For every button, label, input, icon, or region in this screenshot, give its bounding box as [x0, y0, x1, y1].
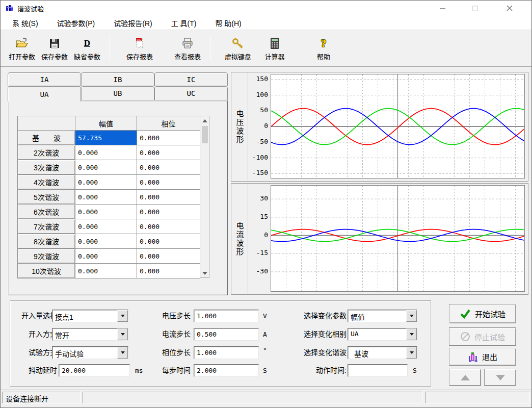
- voltage-step-input[interactable]: [194, 310, 259, 322]
- binary-input-select-combo[interactable]: 接点1: [52, 310, 128, 322]
- open-params-button[interactable]: 打开参数: [6, 33, 38, 64]
- stop-test-button[interactable]: 停止试验: [449, 327, 516, 346]
- toolbar-label: 查看报表: [174, 52, 201, 61]
- statusbar: 设备连接断开: [1, 391, 531, 404]
- y-tick-label: 100: [249, 91, 268, 98]
- y-tick-label: 50: [249, 106, 268, 114]
- chevron-down-icon[interactable]: [406, 347, 417, 359]
- table-row: 9次谐波0.0000.000: [18, 249, 200, 264]
- debounce-delay-label: 抖动延时: [10, 364, 57, 377]
- step-down-button[interactable]: [484, 369, 516, 386]
- step-time-unit: S: [263, 364, 267, 377]
- y-tick-label: 0: [249, 122, 268, 130]
- table-row: 10次谐波0.0000.000: [18, 264, 200, 278]
- voltage-step-unit: V: [263, 310, 267, 322]
- voltage-y-ticks: 150100500-50-100-150: [248, 72, 271, 181]
- toolbar-label: 虚拟键盘: [225, 52, 251, 61]
- tab-ia[interactable]: IA: [8, 72, 81, 86]
- vary-phase-label: 选择变化相别: [284, 328, 347, 341]
- table-row: 2次谐波0.0000.000: [18, 145, 200, 160]
- action-time-label: 动作时间:: [284, 364, 347, 377]
- y-tick-label: -30: [249, 267, 268, 275]
- input-mode-combo[interactable]: 常开: [52, 328, 128, 341]
- tab-ua[interactable]: UA: [8, 86, 81, 101]
- action-time-input[interactable]: [348, 364, 408, 377]
- toolbar-label: 计算器: [264, 52, 284, 61]
- menu-test-params[interactable]: 试验参数(P): [50, 16, 102, 30]
- close-button[interactable]: [498, 1, 521, 16]
- menu-tools[interactable]: 工 具(T): [164, 16, 204, 30]
- table-row: 7次谐波0.0000.000: [18, 219, 200, 234]
- vary-harmonic-combo[interactable]: 基波: [348, 346, 417, 359]
- current-y-ticks: 30150-15-30: [248, 184, 271, 294]
- exit-button[interactable]: 退出: [449, 348, 516, 366]
- waveform-svg: [271, 186, 524, 291]
- voltage-waveform-panel: 电压波形 150100500-50-100-150: [231, 72, 528, 182]
- chevron-down-icon[interactable]: [117, 347, 128, 359]
- vary-harmonic-label: 选择变化谐波: [284, 346, 347, 359]
- arrow-down-icon: [496, 375, 505, 380]
- svg-text:EXL: EXL: [137, 38, 141, 41]
- chevron-down-icon[interactable]: [406, 328, 417, 340]
- step-up-button[interactable]: [449, 369, 481, 386]
- test-mode-combo[interactable]: 手动试验: [52, 346, 128, 359]
- table-row: 8次谐波0.0000.000: [18, 234, 200, 249]
- check-icon: [460, 309, 471, 319]
- chevron-down-icon[interactable]: [117, 328, 128, 340]
- amplitude-header: 幅值: [75, 116, 137, 131]
- default-params-button[interactable]: D 缺省参数: [71, 33, 103, 64]
- tab-ib[interactable]: IB: [81, 72, 154, 86]
- scrollbar-thumb[interactable]: [202, 126, 208, 143]
- app-window: 谐波试验 系 统(S) 试验参数(P) 试验报告(R) 工 具(T) 帮 助(H…: [0, 0, 532, 408]
- scroll-up-button[interactable]: [201, 116, 209, 125]
- debounce-delay-input[interactable]: [59, 364, 130, 377]
- tab-ic[interactable]: IC: [154, 72, 228, 86]
- vary-parameter-combo[interactable]: 幅值: [348, 310, 417, 322]
- help-icon: ?: [321, 36, 327, 50]
- connection-status: 设备连接断开: [2, 392, 81, 403]
- virtual-keyboard-button[interactable]: 虚拟键盘: [222, 33, 254, 64]
- calculator-button[interactable]: 计算器: [260, 33, 289, 64]
- toolbar-label: 缺省参数: [74, 52, 100, 61]
- table-row: 6次谐波0.0000.000: [18, 205, 200, 219]
- floppy-disk-icon: [48, 36, 61, 50]
- vary-phase-combo[interactable]: UA: [348, 328, 417, 341]
- y-tick-label: 150: [249, 75, 268, 83]
- waveform-svg: [271, 74, 524, 178]
- chevron-down-icon[interactable]: [406, 310, 417, 322]
- voltage-step-label: 电压步长: [147, 310, 191, 322]
- menu-help[interactable]: 帮 助(H): [208, 16, 248, 30]
- save-params-button[interactable]: 保存参数: [38, 33, 71, 64]
- scroll-down-icon: [202, 272, 207, 275]
- key-icon: [231, 36, 245, 50]
- minimize-button[interactable]: [431, 1, 454, 16]
- y-tick-label: -50: [249, 138, 268, 145]
- tab-row-voltage: UA UB UC: [8, 86, 228, 100]
- toolbar-label: 打开参数: [9, 52, 35, 61]
- app-icon: [6, 4, 14, 12]
- view-report-button[interactable]: 查看报表: [171, 33, 204, 64]
- statusbar-separator: [1, 389, 531, 390]
- maximize-button[interactable]: [463, 1, 487, 16]
- tab-uc[interactable]: UC: [154, 86, 228, 100]
- start-test-button[interactable]: 开始试验: [449, 304, 516, 323]
- scroll-down-button[interactable]: [201, 269, 209, 277]
- menu-system[interactable]: 系 统(S): [5, 16, 45, 30]
- input-mode-label: 开入方式: [10, 328, 57, 341]
- step-time-input[interactable]: [194, 364, 259, 377]
- vary-parameter-label: 选择变化参数: [284, 310, 347, 322]
- tab-ub[interactable]: UB: [81, 86, 154, 100]
- save-report-button[interactable]: EXL 保存报表: [123, 33, 156, 64]
- export-report-icon: EXL: [134, 36, 146, 50]
- harmonic-grid-wrap: 幅值 相位 基 波57.7350.000 2次谐波0.0000.000 3次谐波…: [17, 116, 209, 278]
- current-step-input[interactable]: [194, 328, 259, 341]
- table-scrollbar[interactable]: [200, 116, 209, 278]
- debounce-delay-unit: ms: [135, 364, 143, 377]
- help-button[interactable]: ? 帮助: [311, 33, 336, 64]
- current-step-label: 电流步长: [147, 328, 191, 341]
- phase-step-input[interactable]: [194, 346, 259, 359]
- current-plot-area: [271, 185, 525, 292]
- toolbar-label: 帮助: [317, 52, 330, 61]
- menu-test-report[interactable]: 试验报告(R): [107, 16, 159, 30]
- chevron-down-icon[interactable]: [117, 310, 128, 322]
